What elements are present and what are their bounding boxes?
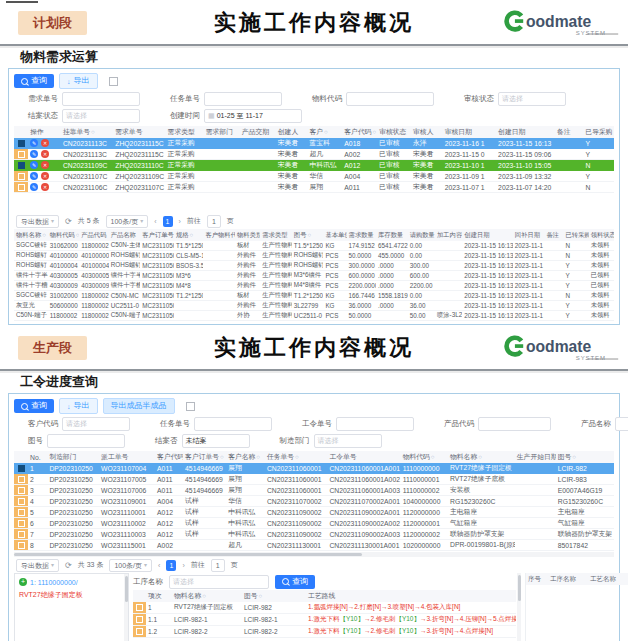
table-row[interactable]: 3DP202310250WO231107006A0114514946669展翔C… <box>14 485 614 496</box>
filter-icon[interactable]: ○ <box>324 129 328 135</box>
filter-input[interactable] <box>194 417 272 431</box>
edit-button[interactable]: ✎ <box>30 139 38 147</box>
table-row[interactable]: SGCC镀锌3106200011800002C50N-主体MC2311050T1… <box>14 241 614 251</box>
refresh-icon[interactable]: ⟳ <box>65 217 72 226</box>
delete-button[interactable]: ✕ <box>41 139 49 147</box>
filter-icon[interactable]: ○ <box>431 454 435 460</box>
row-checkbox[interactable] <box>136 628 143 635</box>
process-search-button[interactable]: 查询 <box>275 575 315 589</box>
prev-page-button[interactable]: ‹ <box>158 562 160 569</box>
filter-input[interactable]: 未结案 <box>182 434 250 448</box>
edit-button[interactable]: ✎ <box>30 172 38 180</box>
filter-icon[interactable]: ○ <box>572 454 576 460</box>
table-row[interactable]: 2DP202310250WO231107005A0114514946669展翔C… <box>14 474 614 485</box>
table-row[interactable]: ✎✕CN20231107CZHQ20231109C正常采购宋美君华信A004已审… <box>14 171 614 182</box>
row-checkbox[interactable] <box>18 162 25 169</box>
export-button[interactable]: ↓导出 <box>59 73 98 89</box>
search-button[interactable]: 查询 <box>14 74 54 88</box>
current-page[interactable]: 1 <box>163 216 173 227</box>
table-row[interactable]: 1DP202310250WO231107004A0114514946669展翔C… <box>14 463 614 474</box>
filter-icon[interactable]: ○ <box>259 593 263 599</box>
filter-icon[interactable]: ○ <box>373 129 377 135</box>
filter-icon[interactable]: ○ <box>295 454 299 460</box>
tree-item[interactable]: + 1: 1110000000/ RVT27绝缘子固定板 <box>19 578 120 599</box>
toolbar-checkbox[interactable] <box>186 402 195 411</box>
page-size-select[interactable]: 100条/页▾ <box>109 559 152 572</box>
filter-icon[interactable]: ○ <box>478 454 482 460</box>
table-row[interactable]: SGCC镀锌3100200011800002C50N-MCMC2311050T1… <box>14 291 614 301</box>
refresh-icon[interactable]: ⟳ <box>65 561 72 570</box>
row-checkbox[interactable] <box>18 487 25 494</box>
row-checkbox[interactable] <box>18 151 25 158</box>
table-row[interactable]: 5DP202310250WO231110001A012试样中科讯弘CN20231… <box>14 507 614 518</box>
export-finished-button[interactable]: 导出成品半成品 <box>103 398 175 414</box>
filter-input[interactable] <box>336 417 414 431</box>
row-checkbox[interactable] <box>18 542 25 549</box>
table-row[interactable]: 灰亚光5060000011800002UC2511-0MC2311050外购件生… <box>14 301 614 311</box>
vertical-scrollbar[interactable] <box>517 573 521 641</box>
table-row[interactable]: 镶件十字槽4030000940300009镶件十字槽MC2311050M4*8外… <box>14 281 614 291</box>
table-row[interactable]: 7DP202310250WO231110003A012试样中科讯弘CN20231… <box>14 529 614 540</box>
filter-icon[interactable]: ○ <box>76 232 79 238</box>
row-checkbox[interactable] <box>136 616 143 623</box>
filter-input[interactable] <box>478 417 551 431</box>
table-row[interactable]: 镶件十字半4030000540300005镶件十字半MC2311050M3*6外… <box>14 271 614 281</box>
vertical-scrollbar[interactable] <box>124 574 128 641</box>
expand-plus-icon[interactable]: + <box>19 578 27 586</box>
filter-select[interactable]: 请选择 <box>498 92 566 106</box>
export-data-dropdown[interactable]: 导出数据▾ <box>16 559 59 572</box>
delete-button[interactable]: ✕ <box>41 172 49 180</box>
filter-icon[interactable]: ○ <box>307 232 311 238</box>
filter-input[interactable] <box>346 92 434 106</box>
table-row[interactable]: 1.2LCIR-982-2LCIR-982-21.激光下料【Y10】→2.修毛刺… <box>133 626 516 638</box>
row-checkbox[interactable] <box>18 498 25 505</box>
filter-input[interactable] <box>615 417 628 431</box>
export-data-dropdown[interactable]: 导出数据▾ <box>16 215 59 228</box>
goto-page-input[interactable]: 1 <box>211 559 225 572</box>
delete-button[interactable]: ✕ <box>41 161 49 169</box>
goto-page-input[interactable]: 1 <box>207 215 221 228</box>
row-checkbox[interactable] <box>18 476 25 483</box>
next-page-button[interactable]: › <box>182 562 184 569</box>
row-checkbox[interactable] <box>18 531 25 538</box>
row-checkbox[interactable] <box>18 465 25 472</box>
scrollbar-thumb[interactable] <box>518 575 521 601</box>
edit-button[interactable]: ✎ <box>30 161 38 169</box>
scrollbar-thumb[interactable] <box>125 576 128 602</box>
filter-icon[interactable]: ○ <box>220 454 224 460</box>
current-page[interactable]: 1 <box>166 560 176 571</box>
filter-icon[interactable]: ○ <box>202 593 206 599</box>
filter-select[interactable]: 请选择 <box>314 434 382 448</box>
filter-icon[interactable]: ○ <box>91 129 95 135</box>
filter-select[interactable]: 请选择 <box>62 417 130 431</box>
filter-icon[interactable]: ○ <box>256 454 260 460</box>
row-checkbox[interactable] <box>18 509 25 516</box>
prev-page-button[interactable]: ‹ <box>154 218 156 225</box>
row-checkbox[interactable] <box>18 173 25 180</box>
date-range-input[interactable]: ▦01-25 至 11-17 <box>204 109 302 123</box>
horizontal-scrollbar[interactable] <box>14 552 614 557</box>
delete-button[interactable]: ✕ <box>41 150 49 158</box>
table-row[interactable]: ✎✕CN20231113CZHQ20231115C正常采购宋美君超凡A002已审… <box>14 149 614 160</box>
filter-icon[interactable]: ○ <box>42 232 46 238</box>
export-button[interactable]: ↓导出 <box>59 398 98 414</box>
table-row[interactable]: 4DP202310250WO231109001A004试样华信CN2023110… <box>14 496 614 507</box>
row-checkbox[interactable] <box>18 520 25 527</box>
delete-button[interactable]: ✕ <box>41 183 49 191</box>
table-row[interactable]: ROHS螺钉4010000440100004ROHS螺钉MC2311050BSO… <box>14 261 614 271</box>
page-size-select[interactable]: 100条/页▾ <box>106 215 149 228</box>
filter-icon[interactable]: ○ <box>190 232 194 238</box>
edit-button[interactable]: ✎ <box>30 183 38 191</box>
row-checkbox[interactable] <box>18 184 25 191</box>
table-row[interactable]: 1RVT27绝缘子固定板LCIR-9821.氩弧焊接[N]→2.打磨[N]→3.… <box>133 602 516 614</box>
edit-button[interactable]: ✎ <box>30 150 38 158</box>
filter-input[interactable] <box>47 434 125 448</box>
table-row[interactable]: 6DP202310250WO231110002A012试样中科讯弘CN20231… <box>14 518 614 529</box>
table-row[interactable]: ✎✕CN20231113CZHQ20231115C正常采购宋美君蓝宝科A018已… <box>14 138 614 149</box>
table-row[interactable]: C50N-端子1180000211800002C50N-端子MC2311050外… <box>14 311 614 321</box>
search-button[interactable]: 查询 <box>14 399 54 413</box>
filter-select[interactable]: 请选择 <box>62 109 140 123</box>
filter-input[interactable] <box>62 92 140 106</box>
row-checkbox[interactable] <box>136 604 143 611</box>
next-page-button[interactable]: › <box>179 218 181 225</box>
